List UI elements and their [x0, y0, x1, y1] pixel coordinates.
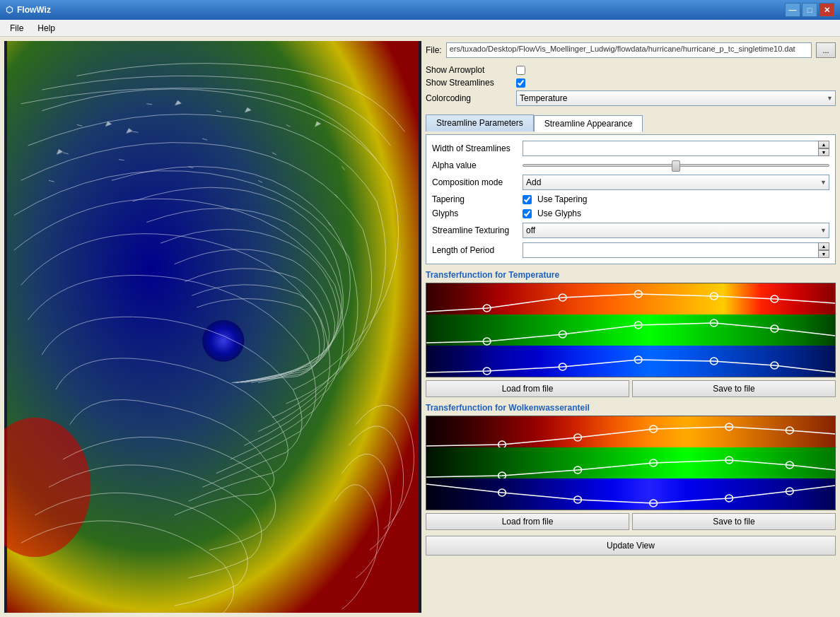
svg-point-1 [202, 320, 244, 362]
glyphs-checkbox[interactable] [523, 209, 532, 218]
glyphs-row: Glyphs Use Glyphs [432, 208, 829, 218]
alpha-slider-wrapper [523, 164, 829, 167]
controls-section: Show Arrowplot Show Streamlines Colorcod… [426, 62, 836, 109]
transfer-wolken-load-button[interactable]: Load from file [426, 513, 629, 530]
width-label: Width of Streamlines [432, 143, 517, 153]
width-spinbox-up[interactable]: ▲ [818, 141, 829, 148]
tab-streamline-parameters[interactable]: Streamline Parameters [426, 114, 534, 131]
streamlines-checkbox[interactable] [516, 78, 525, 88]
streamlines-label: Show Streamlines [426, 78, 511, 88]
colorcoding-dropdown[interactable]: Temperature Pressure Velocity None [516, 90, 836, 106]
composition-label: Composition mode [432, 177, 517, 187]
viz-panel [4, 41, 421, 613]
colorcoding-dropdown-wrapper: Temperature Pressure Velocity None [516, 90, 836, 106]
main-container: File: ers/tuxado/Desktop/FlowVis_Moellin… [0, 37, 840, 617]
texturing-dropdown[interactable]: off on animated [523, 223, 829, 238]
colorcoding-row: Colorcoding Temperature Pressure Velocit… [426, 90, 836, 106]
period-row: Length of Period 10 ▲ ▼ [432, 242, 829, 258]
period-spinbox-btns: ▲ ▼ [818, 242, 829, 258]
menubar: File Help [0, 20, 840, 37]
composition-dropdown-wrapper: Add Multiply Over Under [523, 175, 829, 190]
transfer-temperature-section: Transferfunction for Temperature [426, 270, 836, 397]
arrowplot-row: Show Arrowplot [426, 65, 836, 75]
menu-help[interactable]: Help [30, 22, 62, 35]
titlebar: ⬡ FlowWiz — □ ✕ [0, 0, 840, 20]
transfer-wolken-title: Transferfunction for Wolkenwasseranteil [426, 403, 836, 413]
transfer-wolken-section: Transferfunction for Wolkenwasseranteil [426, 403, 836, 530]
tapering-check-label: Use Tapering [537, 194, 588, 204]
alpha-label: Alpha value [432, 160, 517, 170]
alpha-slider-thumb[interactable] [672, 160, 680, 172]
width-spinbox-btns: ▲ ▼ [818, 141, 829, 156]
texturing-label: Streamline Texturing [432, 225, 517, 235]
right-panel: File: ers/tuxado/Desktop/FlowVis_Moellin… [426, 41, 836, 613]
maximize-button[interactable]: □ [802, 3, 817, 17]
transfer-temperature-title: Transferfunction for Temperature [426, 270, 836, 280]
width-spinbox-down[interactable]: ▼ [818, 148, 829, 156]
transfer-wolken-buttons: Load from file Save to file [426, 513, 836, 530]
file-path: ers/tuxado/Desktop/FlowVis_Moellinger_Lu… [446, 42, 812, 58]
tapering-row: Tapering Use Tapering [432, 194, 829, 204]
file-label: File: [426, 45, 442, 55]
streamlines-row: Show Streamlines [426, 78, 836, 88]
width-row: Width of Streamlines 2 ▲ ▼ [432, 141, 829, 156]
file-browse-button[interactable]: ... [816, 42, 836, 58]
close-button[interactable]: ✕ [819, 3, 834, 17]
arrowplot-checkbox[interactable] [516, 66, 525, 75]
composition-row: Composition mode Add Multiply Over Under [432, 175, 829, 190]
colorcoding-label: Colorcoding [426, 93, 511, 103]
tapering-checkbox[interactable] [523, 195, 532, 204]
menu-file[interactable]: File [3, 22, 30, 35]
tab-streamline-appearance[interactable]: Streamline Appearance [534, 115, 643, 132]
period-spinbox-up[interactable]: ▲ [818, 242, 829, 250]
period-spinbox-wrapper: 10 ▲ ▼ [523, 242, 829, 258]
glyphs-check-label: Use Glyphs [537, 208, 581, 218]
composition-dropdown[interactable]: Add Multiply Over Under [523, 175, 829, 190]
arrowplot-label: Show Arrowplot [426, 65, 511, 75]
minimize-button[interactable]: — [785, 3, 800, 17]
glyphs-label: Glyphs [432, 208, 517, 218]
transfer-wolken-save-button[interactable]: Save to file [632, 513, 836, 530]
app-title: FlowWiz [17, 5, 51, 15]
period-label: Length of Period [432, 245, 517, 255]
texturing-dropdown-wrapper: off on animated [523, 223, 829, 238]
tab-panel-appearance: Width of Streamlines 2 ▲ ▼ Alpha value [426, 134, 836, 264]
transfer-temperature-save-button[interactable]: Save to file [632, 380, 836, 397]
tapering-label: Tapering [432, 194, 517, 204]
update-view-button[interactable]: Update View [426, 536, 836, 556]
texturing-row: Streamline Texturing off on animated [432, 223, 829, 238]
period-spinbox[interactable]: 10 [523, 242, 818, 258]
file-row: File: ers/tuxado/Desktop/FlowVis_Moellin… [426, 41, 836, 59]
transfer-temperature-load-button[interactable]: Load from file [426, 380, 629, 397]
width-spinbox-wrapper: 2 ▲ ▼ [523, 141, 829, 156]
width-spinbox[interactable]: 2 [523, 141, 818, 156]
tabs-container: Streamline Parameters Streamline Appeara… [426, 114, 836, 131]
alpha-row: Alpha value [432, 160, 829, 170]
alpha-slider-track[interactable] [523, 164, 829, 167]
period-spinbox-down[interactable]: ▼ [818, 250, 829, 258]
transfer-temperature-buttons: Load from file Save to file [426, 380, 836, 397]
app-icon: ⬡ [6, 5, 13, 15]
